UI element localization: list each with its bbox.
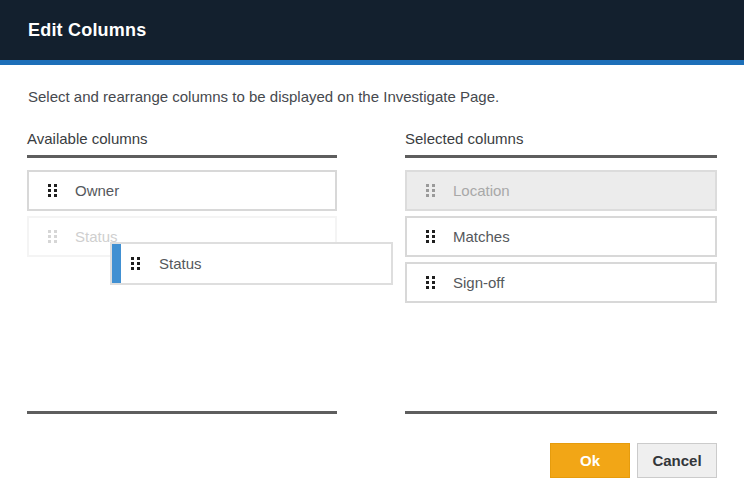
dragged-column-item-status[interactable]: Status — [110, 242, 393, 285]
column-item-label: Owner — [75, 182, 119, 199]
drag-handle-icon[interactable] — [48, 184, 57, 197]
drag-handle-icon[interactable] — [426, 230, 435, 243]
instruction-text: Select and rearrange columns to be displ… — [28, 88, 717, 106]
column-item-label: Status — [159, 255, 202, 272]
drag-handle-icon[interactable] — [426, 184, 435, 197]
selected-columns-section: Selected columns Location Matches Sign-o… — [405, 130, 717, 414]
column-item-label: Matches — [453, 228, 510, 245]
column-item-location[interactable]: Location — [405, 170, 717, 211]
available-columns-heading: Available columns — [27, 130, 337, 148]
edit-columns-dialog: Edit Columns Select and rearrange column… — [0, 0, 744, 498]
column-item-signoff[interactable]: Sign-off — [405, 262, 717, 303]
column-item-label: Sign-off — [453, 274, 504, 291]
selected-columns-heading: Selected columns — [405, 130, 717, 148]
cancel-button[interactable]: Cancel — [637, 443, 717, 478]
selected-columns-list: Location Matches Sign-off — [405, 155, 717, 414]
header-accent-bar — [0, 60, 744, 65]
column-item-matches[interactable]: Matches — [405, 216, 717, 257]
dialog-header: Edit Columns — [0, 0, 744, 60]
ok-button[interactable]: Ok — [550, 443, 630, 478]
drag-handle-icon[interactable] — [131, 257, 140, 270]
column-item-label: Location — [453, 182, 510, 199]
column-item-owner[interactable]: Owner — [27, 170, 337, 211]
drag-drop-indicator-bar — [112, 244, 121, 283]
dialog-footer: Ok Cancel — [27, 443, 717, 478]
dialog-title: Edit Columns — [28, 20, 146, 41]
drag-handle-icon[interactable] — [426, 276, 435, 289]
drag-handle-icon[interactable] — [48, 230, 57, 243]
